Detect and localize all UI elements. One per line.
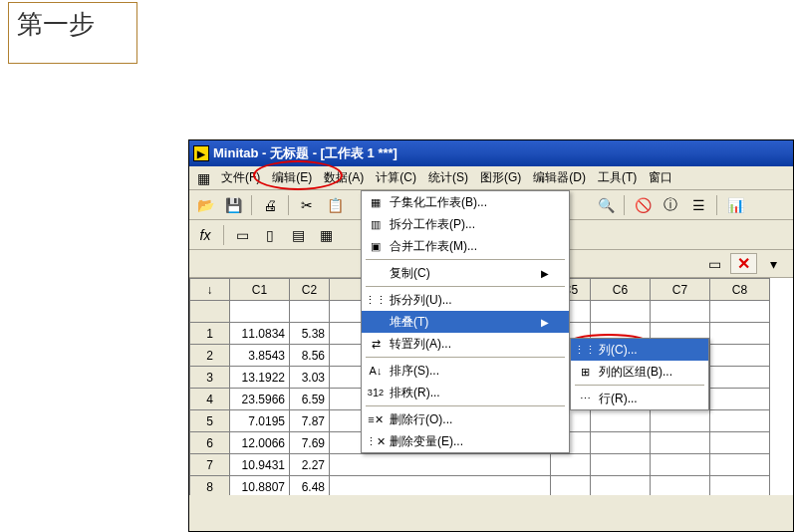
row-header[interactable]: 6 [190, 432, 230, 454]
merge-icon: ▣ [366, 238, 386, 254]
data-cell[interactable]: 10.8807 [230, 476, 290, 496]
data-cell[interactable] [591, 454, 651, 476]
sheet-minimize-icon[interactable]: ▭ [702, 253, 726, 275]
name-cell[interactable] [591, 301, 651, 323]
data-cell[interactable]: 7.69 [290, 432, 330, 454]
data-cell[interactable] [651, 454, 710, 476]
data-cell[interactable] [591, 410, 651, 432]
col-header-c8[interactable]: C8 [710, 279, 770, 301]
menu-stack[interactable]: 堆叠(T)▶ [362, 311, 569, 333]
data-cell[interactable] [651, 476, 710, 496]
submenu-rows[interactable]: ⋯行(R)... [571, 388, 708, 409]
minitab-window: ▶ Minitab - 无标题 - [工作表 1 ***] ▦ 文件(F) 编辑… [188, 139, 794, 532]
menu-expand-icon[interactable]: ▦ [191, 167, 215, 189]
data-cell[interactable]: 6.59 [290, 389, 330, 410]
col-header-c7[interactable]: C7 [651, 279, 710, 301]
open-icon[interactable]: 📂 [193, 194, 217, 216]
data-cell[interactable]: 5.38 [290, 323, 330, 345]
save-icon[interactable]: 💾 [221, 194, 245, 216]
data-cell[interactable]: 3.03 [290, 367, 330, 389]
data-cell[interactable] [551, 476, 591, 496]
submenu-blocks[interactable]: ⊞列的区组(B)... [571, 361, 708, 383]
menu-window[interactable]: 窗口 [643, 167, 678, 188]
name-cell[interactable] [230, 301, 290, 323]
data-cell[interactable] [710, 476, 770, 496]
menu-transpose[interactable]: ⇄转置列(A)... [362, 333, 569, 355]
row-header[interactable]: 7 [190, 454, 230, 476]
menu-delete-rows[interactable]: ≡✕删除行(O)... [362, 408, 569, 430]
menu-delete-vars[interactable]: ⋮✕删除变量(E)... [362, 430, 569, 452]
data-cell[interactable] [651, 410, 710, 432]
menu-editor[interactable]: 编辑器(D) [527, 167, 592, 188]
cut-icon[interactable]: ✂ [295, 194, 319, 216]
copy-icon[interactable]: 📋 [323, 194, 347, 216]
data-cell[interactable]: 7.0195 [230, 410, 290, 432]
row-header[interactable]: 1 [190, 323, 230, 345]
corner-cell[interactable]: ↓ [190, 279, 230, 301]
fx-label[interactable]: fx [193, 224, 217, 246]
data-cell[interactable] [710, 345, 770, 367]
data-cell[interactable] [710, 454, 770, 476]
menu-split-worksheet[interactable]: ▥拆分工作表(P)... [362, 213, 569, 235]
menu-stat[interactable]: 统计(S) [422, 167, 474, 188]
menu-split-columns[interactable]: ⋮⋮拆分列(U)... [362, 289, 569, 311]
menu-rank[interactable]: 312排秩(R)... [362, 382, 569, 403]
submenu-columns[interactable]: ⋮⋮列(C)... [571, 339, 708, 361]
menu-copy[interactable]: 复制(C)▶ [362, 262, 569, 284]
format-icon-2[interactable]: ▯ [258, 224, 282, 246]
data-cell[interactable]: 23.5966 [230, 389, 290, 410]
data-cell[interactable] [710, 323, 770, 345]
name-cell[interactable] [290, 301, 330, 323]
data-cell[interactable]: 12.0066 [230, 432, 290, 454]
menu-sort[interactable]: A↓排序(S)... [362, 360, 569, 382]
col-header-c2[interactable]: C2 [290, 279, 330, 301]
separator [624, 195, 625, 215]
data-cell[interactable] [710, 389, 770, 410]
name-cell[interactable] [651, 301, 710, 323]
info-icon[interactable]: ⓘ [659, 194, 682, 216]
format-icon-3[interactable]: ▤ [286, 224, 310, 246]
data-cell[interactable]: 13.1922 [230, 367, 290, 389]
separator [716, 195, 717, 215]
data-cell[interactable]: 11.0834 [230, 323, 290, 345]
chart-icon[interactable]: 📊 [723, 194, 747, 216]
menu-subset-worksheet[interactable]: ▦子集化工作表(B)... [362, 191, 569, 213]
menu-data[interactable]: 数据(A) [318, 167, 370, 188]
data-cell[interactable] [710, 432, 770, 454]
data-cell[interactable] [651, 432, 710, 454]
menu-calc[interactable]: 计算(C) [370, 167, 422, 188]
data-cell[interactable] [551, 454, 591, 476]
data-cell[interactable] [710, 410, 770, 432]
row-header[interactable]: 2 [190, 345, 230, 367]
data-cell[interactable] [710, 367, 770, 389]
find-icon[interactable]: 🔍 [594, 194, 618, 216]
print-icon[interactable]: 🖨 [258, 194, 282, 216]
menu-file[interactable]: 文件(F) [215, 167, 266, 188]
col-header-c1[interactable]: C1 [230, 279, 290, 301]
menu-graph[interactable]: 图形(G) [474, 167, 527, 188]
name-cell[interactable] [710, 301, 770, 323]
row-header[interactable]: 8 [190, 476, 230, 496]
sheet-close-icon[interactable]: ✕ [730, 253, 757, 274]
sheet-dropdown-icon[interactable]: ▾ [761, 253, 785, 275]
data-cell[interactable]: 2.27 [290, 454, 330, 476]
menu-merge-worksheet[interactable]: ▣合并工作表(M)... [362, 235, 569, 257]
row-header[interactable]: 5 [190, 410, 230, 432]
data-cell[interactable] [591, 476, 651, 496]
data-cell[interactable]: 10.9431 [230, 454, 290, 476]
menu-tools[interactable]: 工具(T) [592, 167, 643, 188]
data-cell[interactable]: 3.8543 [230, 345, 290, 367]
format-icon-4[interactable]: ▦ [314, 224, 338, 246]
col-header-c6[interactable]: C6 [591, 279, 651, 301]
help-icon[interactable]: 🚫 [631, 194, 655, 216]
format-icon-1[interactable]: ▭ [230, 224, 254, 246]
data-cell[interactable] [591, 432, 651, 454]
row-header[interactable]: 4 [190, 389, 230, 410]
tool-icon[interactable]: ☰ [686, 194, 710, 216]
name-row-head[interactable] [190, 301, 230, 323]
row-header[interactable]: 3 [190, 367, 230, 389]
data-cell[interactable]: 8.56 [290, 345, 330, 367]
data-cell[interactable]: 6.48 [290, 476, 330, 496]
menu-edit[interactable]: 编辑(E) [266, 167, 318, 188]
data-cell[interactable]: 7.87 [290, 410, 330, 432]
